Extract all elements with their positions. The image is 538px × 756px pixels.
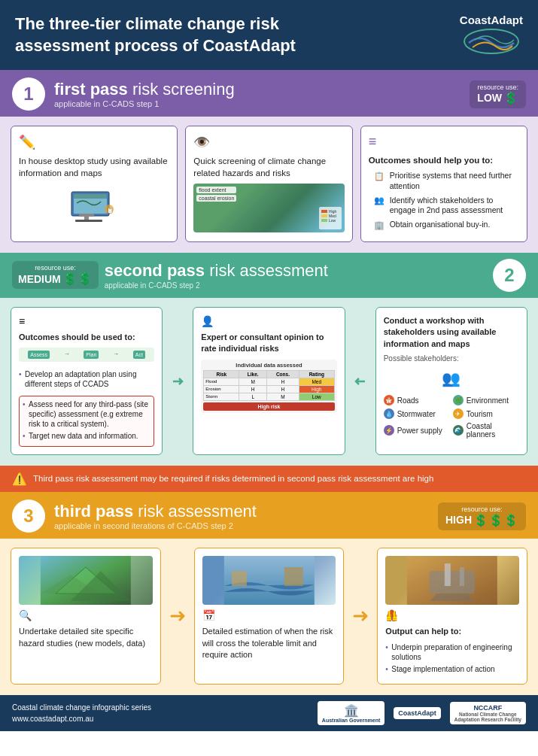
arrow-right-icon (170, 307, 185, 455)
risk-matrix: Individual data assessed Risk Like. Cons… (201, 360, 336, 413)
resource-value: LOW 💲 (477, 91, 518, 105)
resource-value-medium: MEDIUM 💲💲 (18, 272, 93, 286)
footer-url: www.coastadapt.com.au (12, 713, 151, 724)
stakeholder-stormwater: 💧 Stormwater (384, 408, 450, 419)
prioritise-icon: 📋 (372, 171, 386, 181)
fp-box-3: ≡ Outcomes should help you to: 📋 Priorit… (360, 126, 527, 242)
construction-photo (385, 556, 519, 605)
logo-text: CoastAdapt (460, 14, 523, 26)
consultant-icon: 👤 (201, 315, 336, 327)
third-pass-content: 🔍 Undertake detailed site specific hazar… (0, 539, 538, 694)
svg-text:📋: 📋 (107, 207, 114, 214)
tp-box-3: 🦺 Output can help to: Underpin preparati… (377, 548, 527, 684)
resource-value-high: HIGH 💲💲💲 (445, 513, 518, 527)
second-pass-band: resource use: MEDIUM 💲💲 second pass risk… (0, 253, 538, 298)
outcomes-list: 📋 Prioritise systems that need further a… (369, 171, 519, 234)
environment-icon: 🌿 (453, 395, 464, 405)
stormwater-icon: 💧 (384, 408, 394, 419)
buyin-icon: 🏢 (372, 220, 386, 230)
first-pass-band: 1 first pass risk screening applicable i… (0, 70, 538, 117)
3d-terrain-icon (19, 556, 153, 605)
tp-output-list: Underpin preparation of engineering solu… (385, 642, 519, 676)
desktop-svg-icon: 📋 (68, 188, 120, 226)
tp-box-1: 🔍 Undertake detailed site specific hazar… (11, 548, 161, 684)
sp-outcome-3: Target new data and information. (23, 431, 150, 441)
3d-model-photo (19, 556, 153, 605)
footer-series: Coastal climate change infographic serie… (12, 702, 151, 713)
fp-box-2-text: Quick screening of climate change relate… (193, 155, 344, 179)
sp-box-2: 👤 Expert or consultant opinion to rate i… (193, 307, 345, 455)
stakeholders-group-icon: 👥 (384, 369, 519, 387)
sp-box-3: Conduct a workshop with stakeholders usi… (375, 307, 527, 455)
fp-box-2: 👁️ Quick screening of climate change rel… (185, 126, 352, 242)
coastadapt-footer-logo: CoastAdapt (394, 707, 441, 719)
warning-band: ⚠️ Third pass risk assessment may be req… (0, 466, 538, 492)
risk-table: Risk Like. Cons. Rating Flood M H Med Er… (203, 370, 334, 401)
nccarf-logo: NCCARF National Climate ChangeAdaptation… (450, 702, 526, 724)
eye-icon: 👁️ (193, 134, 344, 150)
equals-icon-2: ≡ (19, 315, 154, 327)
sp-box-1: ≡ Outcomes should be used to: Assess → P… (11, 307, 163, 455)
fp-box-1: ✏️ In house desktop study using availabl… (11, 126, 178, 242)
first-pass-resource-badge: resource use: LOW 💲 (470, 80, 526, 108)
tourism-icon: ✈ (453, 408, 464, 419)
magnify-icon: 🔍 (19, 609, 153, 621)
power-icon: ⚡ (384, 425, 394, 436)
orange-arrow-icon-1 (169, 607, 187, 625)
dollar-icon-3: 💲💲💲 (473, 513, 518, 527)
dollar-icon-2: 💲💲 (62, 272, 93, 286)
gov-crest-icon: 🏛️ (322, 703, 380, 718)
hardhat-icon: 🦺 (385, 609, 519, 621)
construction-scene-icon (385, 556, 519, 605)
svg-rect-21 (232, 571, 247, 586)
footer-logos: 🏛️ Australian Government CoastAdapt NCCA… (318, 701, 526, 725)
roads-icon: 🛣 (384, 395, 394, 405)
sp-outcome-2: Assess need for any third-pass (site spe… (23, 399, 150, 429)
tp-output-2: Stage implementation of action (385, 664, 519, 674)
tp-box-2: 📅 Detailed estimation of when the risk w… (194, 548, 345, 684)
footer-text: Coastal climate change infographic serie… (12, 702, 151, 724)
resource-label: resource use: (477, 83, 518, 91)
coastal-icon: 🌊 (453, 425, 464, 436)
svg-rect-14 (321, 219, 327, 222)
svg-rect-22 (284, 567, 303, 586)
svg-rect-10 (321, 210, 327, 213)
stakeholders-icon: 👥 (372, 196, 386, 206)
third-pass-number: 3 (12, 499, 45, 533)
adaptation-diagram: Assess → Plan → Act (19, 348, 154, 362)
high-risk-badge: High risk (203, 402, 334, 411)
first-pass-title-area: first pass risk screening applicable in … (54, 80, 235, 108)
calendar-icon: 📅 (202, 609, 336, 621)
second-pass-content: ≡ Outcomes should be used to: Assess → P… (0, 298, 538, 466)
flood-photo (202, 556, 336, 605)
orange-arrow-2 (351, 548, 369, 684)
stakeholder-tourism: ✈ Tourism (453, 408, 519, 419)
second-pass-resource-badge: resource use: MEDIUM 💲💲 (12, 261, 99, 289)
stakeholder-roads: 🛣 Roads (384, 395, 450, 405)
svg-rect-6 (75, 220, 102, 222)
svg-rect-25 (445, 563, 451, 586)
stakeholder-coastal: 🌊 Coastal planners (453, 422, 519, 439)
warning-triangle-icon: ⚠️ (12, 472, 27, 486)
sp-red-border-box: Assess need for any third-pass (site spe… (19, 396, 154, 447)
svg-text:Low: Low (329, 218, 336, 223)
orange-arrow-1 (169, 548, 187, 684)
stakeholder-grid: 🛣 Roads 🌿 Environment 💧 Stormwater ✈ Tou… (384, 395, 519, 439)
stakeholder-environment: 🌿 Environment (453, 395, 519, 405)
first-pass-number: 1 (12, 77, 45, 111)
svg-rect-12 (321, 214, 327, 217)
first-pass-title: first pass risk screening (54, 80, 235, 99)
second-pass-title: second pass risk assessment (105, 261, 487, 281)
second-pass-subtitle: applicable in C-CADS step 2 (105, 281, 487, 290)
logo-area: CoastAdapt (460, 14, 523, 56)
tp-box-1-text: Undertake detailed site specific hazard … (19, 626, 153, 649)
resource-label-2: resource use: (35, 264, 76, 272)
sp-outcome-1: Develop an adaptation plan using differe… (19, 369, 154, 389)
map-label-flood: flood extent (196, 187, 236, 193)
warning-text: Third pass risk assessment may be requir… (33, 473, 433, 484)
svg-rect-24 (430, 571, 475, 594)
fp-box-1-text: In house desktop study using available i… (19, 155, 169, 179)
third-pass-band: 3 third pass risk assessment applicable … (0, 492, 538, 539)
svg-rect-3 (74, 194, 107, 199)
arrow-right-icon-2 (353, 307, 368, 455)
